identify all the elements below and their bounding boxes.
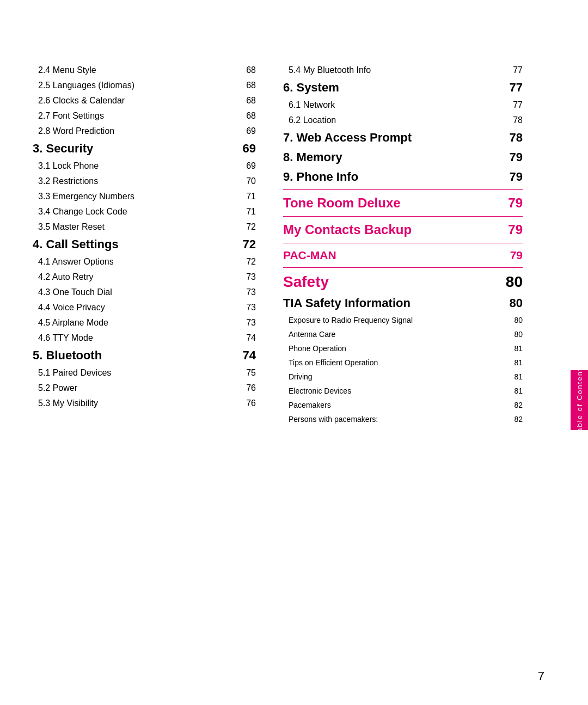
toc-entry: Safety80 bbox=[283, 273, 534, 291]
entry-title: 3.2 Restrictions bbox=[33, 176, 234, 186]
entry-title: 3. Security bbox=[33, 142, 234, 156]
divider-line bbox=[283, 216, 523, 217]
toc-entry: Tone Room Deluxe79 bbox=[283, 195, 534, 211]
entry-title: Persons with pacemakers: bbox=[283, 415, 501, 424]
entry-page: 81 bbox=[501, 344, 523, 353]
left-column: 2.4 Menu Style682.5 Languages (Idiomas)6… bbox=[33, 65, 267, 672]
entry-page: 73 bbox=[234, 318, 256, 328]
entry-page: 77 bbox=[501, 81, 523, 95]
entry-page: 72 bbox=[234, 222, 256, 232]
entry-title: 6.1 Network bbox=[283, 100, 501, 110]
entry-title: 4.5 Airplane Mode bbox=[33, 318, 234, 328]
sidebar-tab: Table of Contents bbox=[571, 370, 588, 430]
toc-entry: 8. Memory79 bbox=[283, 150, 534, 164]
entry-page: 73 bbox=[234, 303, 256, 312]
toc-entry: 5.3 My Visibility76 bbox=[33, 399, 267, 408]
toc-entry: 4.3 One Touch Dial73 bbox=[33, 287, 267, 297]
toc-entry: 3.4 Change Lock Code71 bbox=[33, 207, 267, 217]
entry-title: Driving bbox=[283, 372, 501, 381]
toc-entry: Exposure to Radio Frequency Signal80 bbox=[283, 316, 534, 324]
entry-title: Pacemakers bbox=[283, 401, 501, 409]
toc-entry: Pacemakers82 bbox=[283, 401, 534, 409]
entry-title: Electronic Devices bbox=[283, 387, 501, 395]
entry-page: 73 bbox=[234, 272, 256, 282]
entry-title: 2.7 Font Settings bbox=[33, 111, 234, 121]
entry-page: 81 bbox=[501, 387, 523, 395]
toc-entry: 2.8 Word Prediction69 bbox=[33, 126, 267, 136]
entry-page: 79 bbox=[501, 150, 523, 164]
toc-entry: 4.1 Answer Options72 bbox=[33, 257, 267, 267]
toc-entry: Electronic Devices81 bbox=[283, 387, 534, 395]
entry-title: 4.4 Voice Privacy bbox=[33, 303, 234, 312]
entry-title: Safety bbox=[283, 273, 501, 291]
entry-page: 79 bbox=[501, 170, 523, 184]
toc-entry: TIA Safety Information80 bbox=[283, 296, 534, 310]
entry-page: 80 bbox=[501, 316, 523, 324]
toc-entry: 5.2 Power76 bbox=[33, 383, 267, 393]
entry-page: 80 bbox=[501, 273, 523, 291]
entry-page: 81 bbox=[501, 372, 523, 381]
entry-page: 82 bbox=[501, 415, 523, 424]
entry-page: 74 bbox=[234, 333, 256, 343]
toc-entry: 4.2 Auto Retry73 bbox=[33, 272, 267, 282]
toc-entry: 9. Phone Info79 bbox=[283, 170, 534, 184]
entry-title: PAC-MAN bbox=[283, 249, 501, 262]
divider-line bbox=[283, 189, 523, 190]
entry-title: My Contacts Backup bbox=[283, 222, 501, 237]
toc-entry: 2.6 Clocks & Calendar68 bbox=[33, 96, 267, 106]
entry-title: Tone Room Deluxe bbox=[283, 195, 501, 211]
toc-entry: Persons with pacemakers:82 bbox=[283, 415, 534, 424]
sidebar-tab-label: Table of Contents bbox=[575, 363, 584, 437]
entry-title: Tips on Efficient Operation bbox=[283, 358, 501, 367]
right-column: 5.4 My Bluetooth Info776. System776.1 Ne… bbox=[267, 65, 534, 672]
toc-entry: 5.4 My Bluetooth Info77 bbox=[283, 65, 534, 75]
toc-entry: Tips on Efficient Operation81 bbox=[283, 358, 534, 367]
entry-page: 70 bbox=[234, 176, 256, 186]
entry-title: 9. Phone Info bbox=[283, 170, 501, 184]
entry-page: 71 bbox=[234, 192, 256, 201]
entry-page: 78 bbox=[501, 131, 523, 145]
entry-title: 4.6 TTY Mode bbox=[33, 333, 234, 343]
entry-page: 80 bbox=[501, 330, 523, 339]
entry-title: 5.4 My Bluetooth Info bbox=[283, 65, 501, 75]
toc-entry: 3.5 Master Reset72 bbox=[33, 222, 267, 232]
entry-title: 4.1 Answer Options bbox=[33, 257, 234, 267]
entry-title: 3.3 Emergency Numbers bbox=[33, 192, 234, 201]
toc-entry: 3.1 Lock Phone69 bbox=[33, 161, 267, 171]
entry-title: 5. Bluetooth bbox=[33, 348, 234, 363]
toc-entry: 6.2 Location78 bbox=[283, 115, 534, 125]
divider-line bbox=[283, 267, 523, 268]
entry-title: 3.1 Lock Phone bbox=[33, 161, 234, 171]
toc-entry: 5. Bluetooth74 bbox=[33, 348, 267, 363]
entry-page: 82 bbox=[501, 401, 523, 409]
entry-title: Antenna Care bbox=[283, 330, 501, 339]
toc-entry: 5.1 Paired Devices75 bbox=[33, 368, 267, 378]
entry-title: Phone Operation bbox=[283, 344, 501, 353]
entry-title: 3.5 Master Reset bbox=[33, 222, 234, 232]
entry-page: 75 bbox=[234, 368, 256, 378]
entry-title: 4.3 One Touch Dial bbox=[33, 287, 234, 297]
entry-title: 2.4 Menu Style bbox=[33, 65, 234, 75]
entry-title: 6.2 Location bbox=[283, 115, 501, 125]
entry-page: 69 bbox=[234, 126, 256, 136]
entry-title: TIA Safety Information bbox=[283, 296, 501, 310]
entry-title: 5.2 Power bbox=[33, 383, 234, 393]
entry-page: 76 bbox=[234, 399, 256, 408]
toc-entry: 6.1 Network77 bbox=[283, 100, 534, 110]
entry-page: 78 bbox=[501, 115, 523, 125]
entry-page: 68 bbox=[234, 81, 256, 90]
entry-title: 4.2 Auto Retry bbox=[33, 272, 234, 282]
toc-entry: 6. System77 bbox=[283, 81, 534, 95]
entry-page: 72 bbox=[234, 237, 256, 252]
toc-entry: Phone Operation81 bbox=[283, 344, 534, 353]
toc-entry: 7. Web Access Prompt78 bbox=[283, 131, 534, 145]
toc-entry: My Contacts Backup79 bbox=[283, 222, 534, 237]
toc-entry: 4.4 Voice Privacy73 bbox=[33, 303, 267, 312]
toc-entry: 4.5 Airplane Mode73 bbox=[33, 318, 267, 328]
entry-page: 71 bbox=[234, 207, 256, 217]
toc-entry: 3. Security69 bbox=[33, 142, 267, 156]
entry-page: 73 bbox=[234, 287, 256, 297]
entry-page: 79 bbox=[501, 195, 523, 211]
entry-page: 69 bbox=[234, 161, 256, 171]
entry-title: 2.5 Languages (Idiomas) bbox=[33, 81, 234, 90]
